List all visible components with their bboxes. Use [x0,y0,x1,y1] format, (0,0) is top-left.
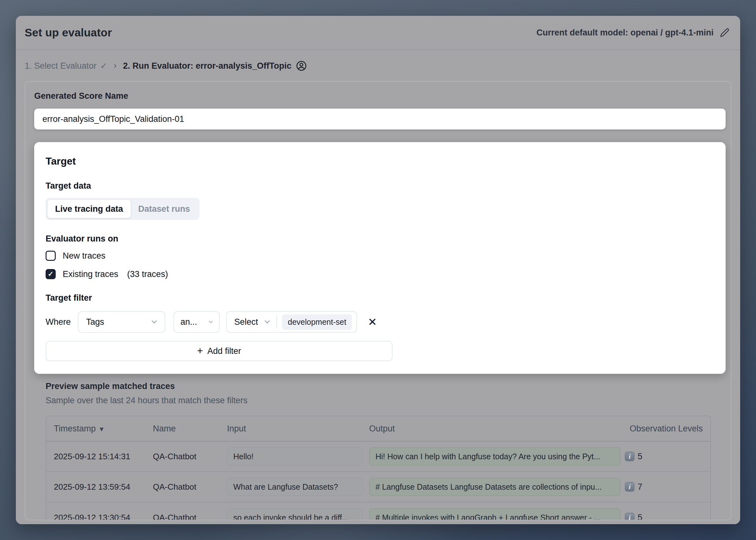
table-row: 2025-09-12 13:30:54 QA-Chatbot so each i… [46,502,710,520]
chevron-down-icon [263,318,271,326]
breadcrumb: 1. Select Evaluator ✓ › 2. Run Evaluator… [25,51,731,81]
target-data-tabs: Live tracing data Dataset runs [46,198,200,220]
chevron-down-icon [208,319,214,325]
column-header-input: Input [227,424,369,434]
input-cell: What are Langfuse Datasets? [227,477,363,496]
setup-evaluator-modal: Set up evaluator Current default model: … [16,16,740,524]
preview-subtitle: Sample over the last 24 hours that match… [46,396,731,405]
info-icon: i [625,482,634,491]
info-icon: i [625,452,634,461]
column-header-observation-levels: Observation Levels [625,424,710,434]
user-circle-icon [296,61,307,71]
observation-count: 7 [638,482,642,492]
default-model-row: Current default model: openai / gpt-4.1-… [536,27,731,39]
output-cell: # Multiple invokes with LangGraph + Lang… [369,508,621,520]
matched-traces-table: Timestamp▼ Name Input Output Observation… [46,416,711,520]
where-label: Where [46,317,78,327]
modal-header: Set up evaluator Current default model: … [16,16,740,50]
new-traces-checkbox[interactable] [46,251,56,261]
generated-score-name-label: Generated Score Name [34,91,731,101]
observation-levels-cell: i 7 [625,482,710,492]
tab-live-tracing-data[interactable]: Live tracing data [48,200,131,218]
timestamp-cell: 2025-09-12 15:14:31 [46,452,153,462]
observation-levels-cell: i 5 [625,452,710,462]
output-cell: # Langfuse Datasets Langfuse Datasets ar… [369,477,621,496]
output-cell: Hi! How can I help with Langfuse today? … [369,447,621,466]
edit-model-button[interactable] [719,27,731,39]
column-header-output: Output [369,424,625,434]
chevron-down-icon [150,318,158,326]
target-card-title: Target [46,155,713,167]
filter-value-select-label: Select [234,317,258,327]
page-title: Set up evaluator [25,26,112,39]
close-icon: ✕ [368,316,377,328]
tab-dataset-runs[interactable]: Dataset runs [131,200,198,218]
generated-score-name-input[interactable] [34,109,726,129]
existing-traces-count: (33 traces) [127,269,168,279]
check-icon: ✓ [48,271,54,278]
check-icon: ✓ [100,61,107,71]
column-header-timestamp[interactable]: Timestamp▼ [46,424,153,434]
evaluator-runs-on-label: Evaluator runs on [46,234,713,244]
filter-operator-value: an... [181,317,197,327]
chevron-right-icon: › [113,60,116,72]
filter-value-chip[interactable]: development-set [282,314,352,330]
table-header-row: Timestamp▼ Name Input Output Observation… [46,416,710,442]
breadcrumb-step1-label: 1. Select Evaluator [25,61,96,71]
observation-count: 5 [638,513,642,521]
target-data-label: Target data [46,181,713,191]
timestamp-cell: 2025-09-12 13:30:54 [46,513,153,521]
remove-filter-button[interactable]: ✕ [365,315,379,329]
new-traces-label[interactable]: New traces [63,251,105,261]
page-backdrop: Set up evaluator Current default model: … [0,0,756,540]
pencil-icon [720,28,729,37]
filter-builder-row: Where Tags an... Select [46,311,713,333]
filter-column-select[interactable]: Tags [78,311,165,333]
breadcrumb-step-run-evaluator: 2. Run Evaluator: error-analysis_OffTopi… [123,61,306,71]
divider [276,315,277,329]
filter-operator-select[interactable]: an... [174,311,220,333]
preview-section: Preview sample matched traces Sample ove… [46,381,731,520]
timestamp-cell: 2025-09-12 13:59:54 [46,482,153,492]
add-filter-label: Add filter [207,346,241,356]
plus-icon: + [197,346,203,356]
new-traces-row: New traces [46,249,713,262]
run-evaluator-panel: Generated Score Name Target Target data … [25,81,731,520]
sort-desc-icon: ▼ [98,425,105,433]
name-cell: QA-Chatbot [153,482,227,492]
table-row: 2025-09-12 13:59:54 QA-Chatbot What are … [46,472,710,502]
name-cell: QA-Chatbot [153,513,227,521]
observation-levels-cell: i 5 [625,513,710,521]
target-filter-label: Target filter [46,293,713,303]
breadcrumb-step2-label: 2. Run Evaluator: error-analysis_OffTopi… [123,61,291,71]
column-header-name: Name [153,424,227,434]
input-cell: Hello! [227,447,363,466]
target-card: Target Target data Live tracing data Dat… [34,142,726,374]
info-icon: i [625,513,634,520]
existing-traces-label[interactable]: Existing traces [63,269,118,279]
observation-count: 5 [638,452,642,462]
filter-value-select[interactable]: Select development-set [226,311,357,333]
add-filter-button[interactable]: + Add filter [46,341,392,361]
table-row: 2025-09-12 15:14:31 QA-Chatbot Hello! Hi… [46,442,710,472]
filter-column-value: Tags [86,317,104,327]
input-cell: so each invoke should be a diff... [227,508,363,520]
existing-traces-row: ✓ Existing traces (33 traces) [46,268,713,280]
preview-title: Preview sample matched traces [46,381,731,391]
default-model-label: Current default model: openai / gpt-4.1-… [536,28,713,38]
breadcrumb-step-select-evaluator[interactable]: 1. Select Evaluator ✓ [25,61,107,71]
name-cell: QA-Chatbot [153,452,227,462]
existing-traces-checkbox[interactable]: ✓ [46,269,56,279]
